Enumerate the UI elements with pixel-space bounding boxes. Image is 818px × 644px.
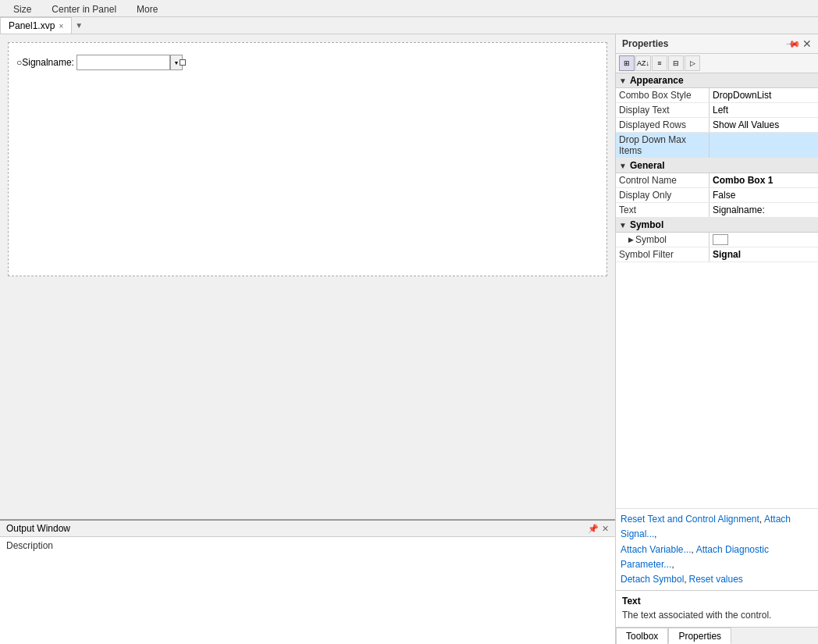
props-list-button[interactable]: ≡ [652,55,667,71]
canvas-area: ○Signalname: ▼ Output Window 📌 ✕ [0,34,615,644]
prop-name-display-text: Display Text [616,103,710,117]
prop-display-text: Display Text Left [616,103,818,118]
top-nav: Size Center in Panel More [0,0,818,17]
prop-combo-box-style: Combo Box Style DropDownList [616,88,818,103]
symbol-expand-icon[interactable]: ▶ [628,236,634,244]
tab-label: Panel1.xvp [9,20,55,31]
action-attach-variable[interactable]: Attach Variable... [621,544,692,555]
prop-control-name: Control Name Combo Box 1 [616,173,818,188]
output-window: Output Window 📌 ✕ Description [0,519,615,644]
section-appearance[interactable]: ▼ Appearance [616,73,818,88]
tab-close-button[interactable]: × [59,22,63,30]
bottom-tabs: Toolbox Properties [616,627,818,644]
props-alpha-button[interactable]: AZ↓ [635,55,651,71]
action-reset-values[interactable]: Reset values [689,574,743,585]
output-description: Description [6,540,53,551]
prop-value-dropdown-max[interactable] [710,133,818,158]
prop-name-symbol-filter: Symbol Filter [616,247,710,262]
props-content: ▼ Appearance Combo Box Style DropDownLis… [616,73,818,508]
props-header: Properties 📌 ✕ [616,34,818,54]
prop-name-display-only: Display Only [616,188,710,202]
output-body: Description [0,537,615,644]
prop-name-displayed-rows: Displayed Rows [616,118,710,132]
prop-value-display-text[interactable]: Left [710,103,818,117]
prop-display-only: Display Only False [616,188,818,203]
action-reset-alignment[interactable]: Reset Text and Control Alignment [621,514,759,525]
prop-name-text: Text [616,203,710,217]
properties-panel: Properties 📌 ✕ ⊞ AZ↓ ≡ ⊟ ▷ ▼ Appearance … [615,34,818,644]
tab-toolbox[interactable]: Toolbox [616,628,668,644]
output-title: Output Window [6,523,70,534]
prop-value-combo-style[interactable]: DropDownList [710,88,818,102]
design-canvas: ○Signalname: ▼ [8,42,607,276]
panel-tab[interactable]: Panel1.xvp × [0,17,72,34]
props-extra-button[interactable]: ▷ [685,55,700,71]
tab-bar: Panel1.xvp × ▼ [0,17,818,34]
nav-more[interactable]: More [126,2,168,16]
prop-value-displayed-rows[interactable]: Show All Values [710,118,818,132]
action-detach-symbol[interactable]: Detach Symbol [621,574,684,585]
help-box: Text The text associated with the contro… [616,590,818,627]
prop-value-text[interactable]: Signalname: [710,203,818,217]
section-general[interactable]: ▼ General [616,158,818,173]
help-text: The text associated with the control. [622,609,812,622]
prop-dropdown-max-items: Drop Down Max Items [616,133,818,158]
props-close-icon[interactable]: ✕ [802,37,812,50]
prop-value-display-only[interactable]: False [710,188,818,202]
prop-name-symbol: ▶ Symbol [616,233,710,247]
section-general-label: General [630,160,665,171]
prop-displayed-rows: Displayed Rows Show All Values [616,118,818,133]
combo-anchor[interactable] [180,59,186,66]
props-categorized-button[interactable]: ⊞ [619,55,635,71]
output-icons: 📌 ✕ [588,524,609,534]
prop-value-control-name[interactable]: Combo Box 1 [710,173,818,187]
combo-label: ○Signalname: [16,57,74,68]
prop-name-control-name: Control Name [616,173,710,187]
prop-symbol: ▶ Symbol [616,233,818,247]
prop-value-symbol-filter[interactable]: Signal [710,247,818,262]
section-appearance-toggle: ▼ [619,76,627,85]
props-toolbar: ⊞ AZ↓ ≡ ⊟ ▷ [616,54,818,73]
props-pages-button[interactable]: ⊟ [668,55,684,71]
section-symbol-label: Symbol [630,219,663,230]
props-pin-icon[interactable]: 📌 [785,36,802,52]
section-appearance-label: Appearance [630,75,684,86]
output-close-icon[interactable]: ✕ [602,524,609,534]
section-symbol[interactable]: ▼ Symbol [616,218,818,233]
output-header: Output Window 📌 ✕ [0,521,615,537]
nav-center[interactable]: Center in Panel [41,2,126,16]
tab-properties[interactable]: Properties [668,628,731,644]
nav-size[interactable]: Size [3,2,41,16]
tab-overflow-icon[interactable]: ▼ [75,21,83,30]
main-area: ○Signalname: ▼ Output Window 📌 ✕ [0,34,818,644]
prop-symbol-label: Symbol [635,234,667,245]
dropdown-arrow-icon: ▼ [174,60,180,66]
combo-control: ○Signalname: ▼ [16,55,183,70]
prop-value-symbol[interactable] [710,233,818,247]
canvas-empty-area [0,284,615,519]
combo-input[interactable] [76,55,170,70]
symbol-color-swatch [713,234,728,245]
prop-text: Text Signalname: [616,203,818,218]
prop-name-combo-style: Combo Box Style [616,88,710,102]
output-pin-icon[interactable]: 📌 [588,524,599,534]
prop-name-dropdown-max: Drop Down Max Items [616,133,710,158]
props-title: Properties [622,38,668,49]
props-actions: Reset Text and Control Alignment, Attach… [616,508,818,590]
help-title: Text [622,596,812,607]
section-general-toggle: ▼ [619,162,627,170]
section-symbol-toggle: ▼ [619,221,627,229]
prop-symbol-filter: Symbol Filter Signal [616,247,818,262]
